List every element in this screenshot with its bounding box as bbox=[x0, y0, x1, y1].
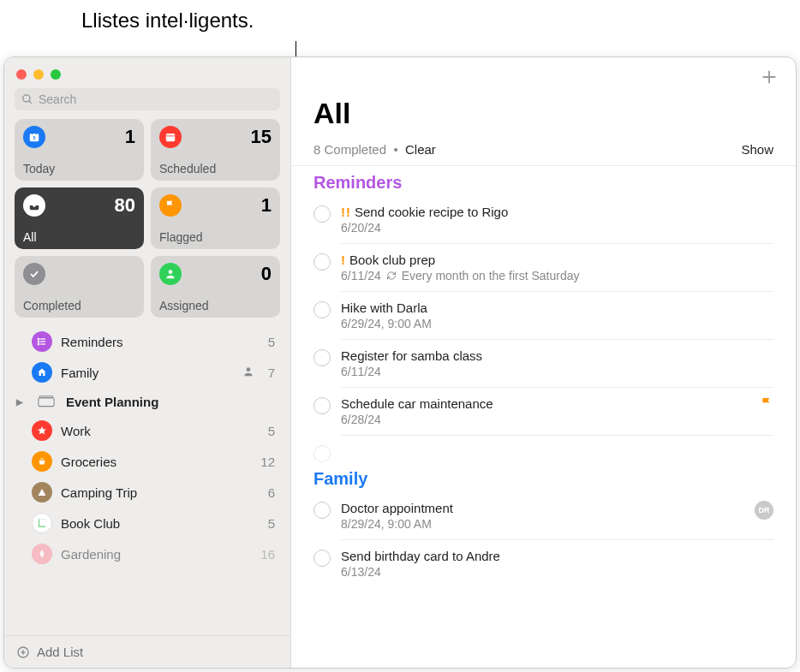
svg-marker-18 bbox=[38, 426, 46, 435]
svg-point-12 bbox=[38, 338, 39, 340]
minimize-button[interactable] bbox=[33, 69, 44, 80]
smart-card-scheduled[interactable]: 15 Scheduled bbox=[151, 119, 280, 181]
list-name: Reminders bbox=[61, 335, 260, 349]
calendar-lines-icon bbox=[159, 126, 182, 148]
repeat-icon bbox=[386, 271, 397, 281]
reminder-title: Schedule car maintenance bbox=[341, 396, 493, 411]
sidebar-list-bookclub[interactable]: Book Club 5 bbox=[4, 508, 290, 538]
sidebar-list-gardening[interactable]: Gardening 16 bbox=[4, 538, 290, 569]
reminder-title: Book club prep bbox=[349, 253, 435, 267]
smart-label-flagged: Flagged bbox=[159, 230, 272, 244]
svg-point-15 bbox=[246, 367, 250, 372]
search-placeholder: Search bbox=[39, 92, 76, 106]
separator: • bbox=[390, 142, 405, 157]
smart-label-assigned: Assigned bbox=[159, 299, 272, 312]
smart-count-today: 1 bbox=[125, 126, 135, 148]
search-input[interactable]: Search bbox=[15, 88, 280, 110]
sidebar-list-reminders[interactable]: Reminders 5 bbox=[4, 326, 290, 357]
smart-card-flagged[interactable]: 1 Flagged bbox=[151, 187, 280, 249]
close-button[interactable] bbox=[16, 69, 27, 80]
sidebar-list-camping[interactable]: Camping Trip 6 bbox=[4, 477, 290, 508]
list-name: Gardening bbox=[61, 547, 252, 562]
reminder-row[interactable]: Hike with Darla 6/29/24, 9:00 AM bbox=[291, 292, 796, 340]
sidebar-folder[interactable]: ▶ Event Planning bbox=[4, 388, 290, 415]
section-header-family: Family bbox=[291, 462, 796, 492]
complete-checkbox[interactable] bbox=[313, 253, 331, 271]
smart-card-completed[interactable]: Completed bbox=[15, 256, 144, 318]
annotation-label: Llistes intel·ligents. bbox=[81, 9, 254, 33]
reminder-row[interactable]: !!Send cookie recipe to Rigo 6/20/24 bbox=[291, 196, 796, 244]
reminder-meta: 6/20/24 bbox=[341, 221, 773, 235]
list-count: 12 bbox=[260, 455, 275, 469]
complete-checkbox[interactable] bbox=[313, 550, 331, 567]
sidebar-list-work[interactable]: Work 5 bbox=[4, 415, 290, 446]
clear-button[interactable]: Clear bbox=[405, 142, 436, 157]
completed-count: 8 Completed bbox=[313, 142, 386, 157]
check-icon bbox=[23, 263, 45, 285]
reminder-title: Send cookie recipe to Rigo bbox=[355, 205, 508, 219]
assignee-avatar: DR bbox=[755, 501, 773, 520]
leaf-icon bbox=[32, 544, 52, 564]
svg-point-13 bbox=[38, 341, 39, 342]
tray-icon bbox=[23, 194, 45, 217]
list-name: Work bbox=[61, 424, 260, 438]
reminder-row[interactable]: Schedule car maintenance 6/28/24 bbox=[291, 388, 796, 436]
reminder-meta: 6/11/24 bbox=[341, 365, 773, 378]
show-button[interactable]: Show bbox=[741, 142, 773, 157]
completed-bar: 8 Completed • Clear Show bbox=[291, 132, 796, 166]
list-name: Camping Trip bbox=[61, 485, 260, 500]
reminder-row[interactable]: !Book club prep 6/11/24 Every month on t… bbox=[291, 244, 796, 292]
svg-point-14 bbox=[38, 343, 39, 345]
smart-count-flagged: 1 bbox=[261, 194, 272, 217]
main-panel: All 8 Completed • Clear Show Reminders !… bbox=[291, 57, 796, 668]
reminder-row[interactable]: Doctor appointment 8/29/24, 9:00 AM DR bbox=[291, 492, 796, 540]
calendar-icon: 5 bbox=[23, 126, 45, 148]
tent-icon bbox=[32, 482, 52, 503]
reminder-meta: 6/29/24, 9:00 AM bbox=[341, 317, 773, 330]
complete-checkbox[interactable] bbox=[313, 205, 331, 223]
reminder-title: Doctor appointment bbox=[341, 501, 453, 515]
svg-rect-17 bbox=[39, 396, 52, 398]
list-count: 5 bbox=[268, 335, 275, 349]
complete-checkbox[interactable] bbox=[313, 349, 331, 366]
placeholder-checkbox bbox=[313, 445, 331, 462]
new-reminder-button[interactable] bbox=[760, 68, 779, 90]
zoom-button[interactable] bbox=[51, 69, 61, 80]
new-reminder-placeholder[interactable] bbox=[291, 436, 796, 462]
star-icon bbox=[32, 420, 52, 441]
svg-rect-6 bbox=[166, 134, 176, 141]
shared-icon bbox=[242, 366, 254, 380]
svg-rect-4 bbox=[36, 132, 37, 134]
svg-rect-3 bbox=[32, 132, 33, 134]
flag-icon bbox=[760, 396, 773, 426]
reminder-row[interactable]: Register for samba class 6/11/24 bbox=[291, 340, 796, 388]
list-count: 6 bbox=[268, 485, 275, 500]
complete-checkbox[interactable] bbox=[313, 301, 331, 318]
reminder-row[interactable]: Send birthday card to Andre 6/13/24 bbox=[291, 540, 796, 587]
complete-checkbox[interactable] bbox=[313, 397, 331, 414]
sidebar-list-groceries[interactable]: Groceries 12 bbox=[4, 446, 290, 477]
smart-card-assigned[interactable]: 0 Assigned bbox=[151, 256, 280, 318]
svg-rect-16 bbox=[39, 398, 54, 407]
chevron-right-icon: ▶ bbox=[16, 397, 27, 407]
list-name: Book Club bbox=[61, 516, 260, 531]
smart-card-today[interactable]: 5 1 Today bbox=[15, 119, 144, 181]
page-title: All bbox=[291, 90, 796, 132]
search-icon bbox=[21, 93, 33, 105]
flag-icon bbox=[159, 194, 182, 217]
sidebar-list-family[interactable]: Family 7 bbox=[4, 357, 290, 388]
complete-checkbox[interactable] bbox=[313, 502, 331, 519]
smart-lists-grid: 5 1 Today 15 Scheduled bbox=[4, 119, 290, 318]
smart-card-all[interactable]: 80 All bbox=[15, 187, 144, 249]
reminder-meta: 6/11/24 bbox=[341, 269, 381, 282]
plus-circle-icon bbox=[16, 645, 30, 659]
reminder-repeat: Every month on the first Saturday bbox=[402, 269, 580, 282]
folder-name: Event Planning bbox=[66, 395, 275, 409]
folder-icon bbox=[35, 393, 57, 410]
app-window: Search 5 1 Today 15 bbox=[3, 56, 797, 669]
add-list-button[interactable]: Add List bbox=[4, 635, 290, 668]
list-count: 5 bbox=[268, 516, 275, 531]
section-header-reminders: Reminders bbox=[291, 166, 796, 196]
smart-label-scheduled: Scheduled bbox=[159, 162, 272, 175]
sidebar: Search 5 1 Today 15 bbox=[4, 57, 291, 668]
